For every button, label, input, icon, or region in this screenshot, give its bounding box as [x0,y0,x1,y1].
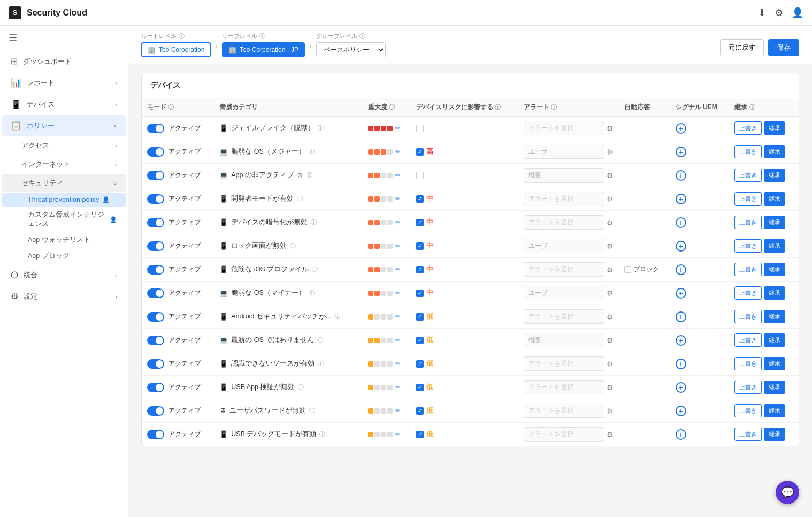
sidebar-item-internet[interactable]: インターネット › [2,155,126,173]
edit-severity-icon[interactable]: ✏ [395,337,400,344]
sidebar-item-app-watchlist[interactable]: App ウォッチリスト [2,232,126,248]
edit-severity-icon[interactable]: ✏ [395,148,400,155]
risk-checkbox[interactable]: ✓ [416,384,424,391]
edit-severity-icon[interactable]: ✏ [395,407,400,414]
alert-gear-icon[interactable]: ⚙ [607,218,614,227]
alert-gear-icon[interactable]: ⚙ [607,195,614,203]
risk-checkbox[interactable]: ✓ [416,360,424,368]
inherit-button[interactable]: 継承 [764,310,785,323]
root-breadcrumb-btn[interactable]: 🏢 Too Corporation [141,42,211,57]
inherit-button[interactable]: 継承 [764,169,785,182]
sidebar-item-integration[interactable]: ⬡ 統合 › [2,264,126,285]
overwrite-button[interactable]: 上書き [734,357,762,370]
risk-checkbox[interactable]: ✓ [416,407,424,415]
overwrite-button[interactable]: 上書き [734,310,762,323]
alert-gear-icon[interactable]: ⚙ [607,171,614,180]
sidebar-item-app-block[interactable]: App ブロック [2,248,126,264]
edit-severity-icon[interactable]: ✏ [395,242,400,249]
inherit-button[interactable]: 継承 [764,216,785,229]
alert-input[interactable]: アラートを選択 [524,356,604,371]
download-icon[interactable]: ⬇ [758,7,766,19]
signal-uem-add-icon[interactable]: + [676,359,686,369]
overwrite-button[interactable]: 上書き [734,428,762,441]
edit-severity-icon[interactable]: ✏ [395,172,400,179]
sidebar-hamburger[interactable]: ☰ [0,26,128,50]
inherit-button[interactable]: 継承 [764,286,785,300]
sidebar-item-dashboard[interactable]: ⊞ ダッシュボード [2,51,126,72]
overwrite-button[interactable]: 上書き [734,263,762,276]
edit-severity-icon[interactable]: ✏ [395,431,400,438]
signal-uem-add-icon[interactable]: + [676,123,686,134]
inherit-button[interactable]: 継承 [764,404,785,417]
overwrite-button[interactable]: 上書き [734,192,762,206]
signal-uem-add-icon[interactable]: + [676,264,686,275]
edit-severity-icon[interactable]: ✏ [395,313,400,320]
alert-input[interactable]: アラートを選択 [524,427,604,442]
signal-uem-add-icon[interactable]: + [676,170,686,181]
auto-checkbox[interactable] [624,266,631,273]
mode-toggle[interactable] [147,359,164,369]
alert-gear-icon[interactable]: ⚙ [607,265,614,274]
risk-checkbox[interactable]: ✓ [416,219,424,226]
edit-severity-icon[interactable]: ✏ [395,125,400,132]
signal-uem-add-icon[interactable]: + [676,147,686,157]
signal-uem-add-icon[interactable]: + [676,429,686,440]
mode-toggle[interactable] [147,288,164,298]
risk-checkbox[interactable]: ✓ [416,313,424,321]
inherit-button[interactable]: 継承 [764,381,785,394]
risk-checkbox[interactable]: ✓ [416,337,424,344]
group-level-select[interactable]: ベースポリシー [316,42,386,57]
alert-gear-icon[interactable]: ⚙ [607,383,614,392]
sidebar-item-security[interactable]: セキュリティ ∨ [2,174,126,192]
user-icon[interactable]: 👤 [792,7,803,19]
alert-gear-icon[interactable]: ⚙ [607,242,614,250]
mode-toggle[interactable] [147,147,164,157]
alert-gear-icon[interactable]: ⚙ [607,360,614,368]
alert-input[interactable]: アラートを選択 [524,192,604,206]
settings-icon[interactable]: ⚙ [775,7,783,19]
mode-toggle[interactable] [147,265,164,275]
signal-uem-add-icon[interactable]: + [676,335,686,346]
alert-gear-icon[interactable]: ⚙ [607,124,614,133]
sidebar-item-devices[interactable]: 📱 デバイス › [2,94,126,115]
mode-toggle[interactable] [147,218,164,227]
edit-severity-icon[interactable]: ✏ [395,266,400,273]
gear-icon[interactable]: ⚙ [297,171,303,179]
risk-checkbox[interactable] [416,172,424,179]
inherit-button[interactable]: 継承 [764,428,785,441]
inherit-button[interactable]: 継承 [764,357,785,370]
cancel-button[interactable]: 元に戻す [720,39,764,56]
risk-checkbox[interactable]: ✓ [416,242,424,250]
signal-uem-add-icon[interactable]: + [676,406,686,416]
sidebar-item-policy[interactable]: 📋 ポリシー ∨ [2,115,126,136]
overwrite-button[interactable]: 上書き [734,333,762,347]
overwrite-button[interactable]: 上書き [734,121,762,135]
alert-input[interactable]: 概要 [524,333,604,347]
alert-input[interactable]: アラートを選択 [524,121,604,135]
signal-uem-add-icon[interactable]: + [676,288,686,299]
risk-checkbox[interactable]: ✓ [416,266,424,273]
save-button[interactable]: 保存 [768,39,799,56]
signal-uem-add-icon[interactable]: + [676,311,686,322]
signal-uem-add-icon[interactable]: + [676,194,686,204]
mode-toggle[interactable] [147,171,164,180]
mode-toggle[interactable] [147,312,164,322]
overwrite-button[interactable]: 上書き [734,381,762,394]
signal-uem-add-icon[interactable]: + [676,382,686,393]
overwrite-button[interactable]: 上書き [734,286,762,300]
sidebar-item-access[interactable]: アクセス › [2,136,126,155]
inherit-button[interactable]: 継承 [764,333,785,347]
risk-checkbox[interactable]: ✓ [416,431,424,438]
edit-severity-icon[interactable]: ✏ [395,384,400,391]
alert-gear-icon[interactable]: ⚙ [607,336,614,345]
mode-toggle[interactable] [147,336,164,345]
mode-toggle[interactable] [147,430,164,439]
inherit-button[interactable]: 継承 [764,145,785,158]
mode-toggle[interactable] [147,406,164,416]
inherit-button[interactable]: 継承 [764,121,785,135]
alert-input[interactable]: ユーザ [524,286,604,300]
risk-checkbox[interactable]: ✓ [416,195,424,203]
mode-toggle[interactable] [147,124,164,133]
risk-checkbox[interactable]: ✓ [416,148,424,156]
alert-gear-icon[interactable]: ⚙ [607,407,614,415]
